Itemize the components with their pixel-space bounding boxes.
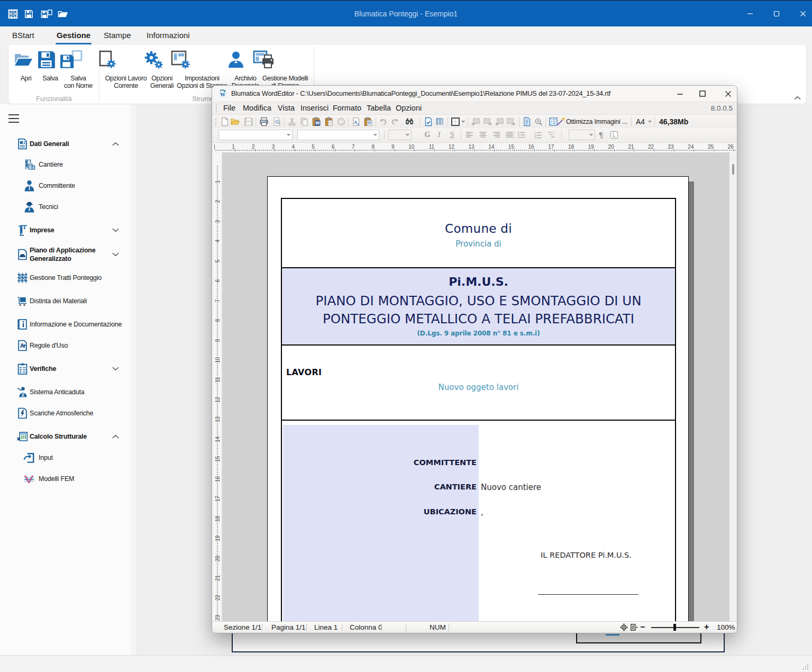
redo-icon[interactable] — [390, 117, 400, 126]
table-align-1-icon[interactable] — [471, 117, 480, 126]
table-borders-icon[interactable] — [451, 117, 460, 126]
document-scrollbar[interactable] — [729, 152, 737, 621]
align-justify-icon[interactable] — [505, 130, 514, 140]
tab-gestione[interactable]: Gestione — [57, 26, 90, 45]
sidebar-item-tecnici[interactable]: Tecnici — [0, 201, 131, 213]
menu-formato[interactable]: Formato — [333, 102, 361, 115]
bullet-list-icon[interactable] — [517, 130, 526, 140]
sidebar-item-committente[interactable]: Committente — [0, 179, 131, 192]
print-preview-icon[interactable] — [272, 117, 282, 126]
layout-box-icon[interactable] — [609, 130, 619, 140]
align-left-icon[interactable] — [465, 130, 475, 140]
chevron-up-icon[interactable] — [112, 434, 119, 439]
wordeditor-titlebar[interactable]: Blumatica WordEditor - C:\Users\Document… — [212, 86, 737, 102]
tab-bstart[interactable]: BStart — [12, 26, 34, 45]
align-center-icon[interactable] — [478, 130, 488, 140]
optimize-wand-icon[interactable] — [556, 117, 565, 126]
sidebar-item-scariche-atmosferiche[interactable]: Scariche Atmosferiche — [0, 407, 131, 420]
paragraph-marks-icon[interactable] — [596, 130, 606, 140]
open-file-icon[interactable] — [230, 117, 240, 126]
align-right-icon[interactable] — [491, 130, 501, 140]
columns-icon[interactable] — [435, 117, 444, 126]
menu-file[interactable]: File — [223, 102, 235, 115]
wordeditor-minimize-button[interactable] — [669, 86, 690, 102]
tab-stampe[interactable]: Stampe — [104, 26, 131, 45]
sidebar-item-gestione-tratti-ponteggio[interactable]: Gestione Tratti Ponteggio — [0, 271, 131, 284]
sidebar-item-modelli-fem[interactable]: Modelli FEM — [0, 473, 131, 485]
chevron-down-icon[interactable] — [112, 367, 119, 371]
resize-grip[interactable] — [801, 662, 809, 670]
style-combobox[interactable] — [218, 130, 293, 140]
sidebar-item-verifiche[interactable]: Verifiche — [0, 362, 131, 375]
menu-vista[interactable]: Vista — [278, 102, 295, 115]
table-align-4-icon[interactable] — [506, 117, 516, 126]
document-page[interactable]: Comune di Provincia di Pi.M.U.S. PIANO D… — [267, 176, 689, 621]
menu-opzioni[interactable]: Opzioni — [396, 102, 422, 115]
print-icon[interactable] — [259, 117, 269, 126]
zoom-in-button[interactable]: + — [704, 622, 709, 633]
italic-button[interactable]: I — [434, 130, 444, 140]
copy-icon[interactable] — [299, 117, 309, 126]
spellcheck-icon[interactable] — [424, 117, 433, 126]
menu-tabella[interactable]: Tabella — [367, 102, 391, 115]
font-size-combobox[interactable] — [388, 130, 412, 140]
optimize-images-button[interactable]: Ottimizza Immagini ... — [566, 117, 627, 126]
chevron-down-icon[interactable] — [112, 252, 119, 257]
table-align-3-icon[interactable] — [495, 117, 504, 126]
sidebar-item-calcolo-strutturale[interactable]: Calcolo Strutturale — [0, 430, 131, 443]
page-mode-icon[interactable] — [629, 623, 637, 631]
combo-dropdown-icon[interactable] — [373, 133, 378, 137]
menu-inserisci[interactable]: Inserisci — [300, 102, 329, 115]
ribbon-button-impostazioni-stampa[interactable]: ImpostazioniOpzioni di Stampa — [169, 50, 235, 89]
sidebar-item-piano-applicazione[interactable]: Piano di ApplicazioneGeneralizzato — [0, 245, 131, 264]
zoom-slider-handle[interactable] — [673, 624, 676, 631]
sidebar-item-regole-duso[interactable]: Regole d'Uso — [0, 339, 131, 352]
cut-icon[interactable] — [287, 117, 297, 126]
font-combobox[interactable] — [297, 130, 379, 140]
paste-word-icon[interactable] — [312, 117, 321, 126]
combo-dropdown-icon[interactable] — [589, 133, 594, 137]
zoom-out-button[interactable]: − — [640, 622, 645, 633]
new-document-icon[interactable] — [220, 117, 230, 126]
ribbon-collapse-chevron-icon[interactable] — [790, 93, 804, 103]
sidebar-item-imprese[interactable]: Imprese — [0, 224, 131, 237]
sidebar-item-dati-generali[interactable]: Dati Generali — [0, 138, 131, 150]
bold-button[interactable]: G — [423, 130, 432, 140]
chevron-down-icon[interactable] — [112, 228, 119, 232]
paper-size-select[interactable]: A4 — [636, 117, 645, 126]
table-align-2-icon[interactable] — [483, 117, 492, 126]
numbered-list-icon[interactable] — [533, 130, 543, 140]
ribbon-button-apri[interactable]: Apri — [13, 50, 39, 83]
ribbon-button-gestione-modelli[interactable]: Gestione Modellidi Stampa — [252, 50, 318, 89]
chevron-up-icon[interactable] — [112, 142, 119, 146]
undo-icon[interactable] — [378, 117, 388, 126]
pan-mode-icon[interactable] — [620, 623, 628, 631]
remove-icon[interactable] — [336, 117, 346, 126]
format-painter-icon[interactable] — [351, 117, 361, 126]
scrollbar-thumb[interactable] — [732, 164, 734, 175]
underline-button[interactable]: S — [448, 130, 457, 140]
wordeditor-close-button[interactable] — [717, 86, 737, 102]
sidebar-item-input[interactable]: Input — [0, 451, 131, 464]
combo-dropdown-icon[interactable] — [405, 133, 410, 137]
save-file-icon[interactable] — [244, 117, 253, 126]
hamburger-menu-icon[interactable] — [8, 114, 20, 123]
menu-modifica[interactable]: Modifica — [243, 102, 271, 115]
zoom-combobox[interactable] — [569, 130, 595, 140]
multilevel-list-icon[interactable] — [547, 130, 556, 140]
sidebar-item-sistema-anticaduta[interactable]: Sistema Anticaduta — [0, 386, 131, 398]
document-map-icon[interactable] — [522, 117, 532, 126]
app-close-button[interactable] — [791, 6, 812, 22]
sidebar-item-cantiere[interactable]: Cantiere — [0, 158, 131, 171]
zoom-document-icon[interactable] — [534, 117, 543, 126]
paste-special-icon[interactable] — [363, 117, 373, 126]
paste-icon[interactable] — [324, 117, 334, 126]
sidebar-item-distinta-materiali[interactable]: Distinta dei Materiali — [0, 295, 131, 307]
ribbon-button-salva-con-nome[interactable]: Salvacon Nome — [59, 50, 97, 89]
find-icon[interactable] — [405, 117, 414, 126]
app-minimize-button[interactable] — [738, 6, 762, 22]
wordeditor-maximize-button[interactable] — [692, 86, 713, 102]
tab-informazioni[interactable]: Informazioni — [147, 26, 190, 45]
sidebar-item-informazione-documentazione[interactable]: Informazione e Documentazione — [0, 318, 131, 331]
app-maximize-button[interactable] — [764, 6, 789, 22]
